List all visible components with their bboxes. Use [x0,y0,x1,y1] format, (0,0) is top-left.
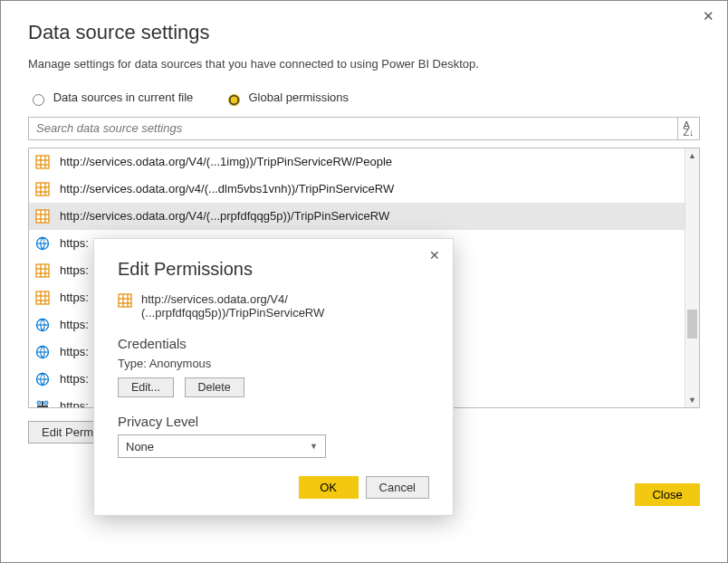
dialog-source-line2: (...prpfdfqqg5p))/TripPinServiceRW [141,306,324,320]
credentials-delete-button[interactable]: Delete [185,377,244,397]
plus-icon [34,398,51,408]
privacy-level-value: None [126,440,154,453]
list-item-label: https: [60,263,89,277]
scrollbar[interactable]: ▲ ▼ [685,148,699,407]
sort-az-button[interactable]: AZ↓ [678,117,700,140]
svg-rect-0 [36,156,49,168]
scroll-thumb[interactable] [687,310,697,339]
page-subtitle: Manage settings for data sources that yo… [28,57,700,71]
radio-current-file-input[interactable] [33,94,44,106]
radio-global-permissions[interactable]: Global permissions [224,91,349,104]
svg-rect-39 [119,294,131,307]
list-item-label: http://services.odata.org/V4/(...prpfdfq… [60,209,389,223]
scope-radio-group: Data sources in current file Global perm… [28,91,700,106]
list-item-label: https: [60,372,89,386]
table-icon [34,290,51,306]
ok-button[interactable]: OK [299,476,359,499]
credentials-type: Type: Anonymous [118,357,429,370]
sort-az-icon: AZ↓ [683,121,694,136]
close-button[interactable]: Close [635,483,700,506]
svg-rect-22 [36,291,49,304]
radio-current-file[interactable]: Data sources in current file [28,91,196,104]
edit-permissions-dialog: ✕ Edit Permissions http://services.odata… [93,238,454,516]
list-item-label: http://services.odata.org/V4/(...1img))/… [60,155,392,168]
scroll-down-icon[interactable]: ▼ [685,393,699,407]
credentials-edit-button[interactable]: Edit... [118,377,174,397]
list-item-label: https: [60,345,89,358]
radio-global-permissions-input[interactable] [228,94,240,106]
privacy-level-select[interactable]: None ▼ [118,434,326,458]
svg-point-36 [44,401,48,405]
dialog-close-icon[interactable]: ✕ [429,248,440,262]
radio-global-permissions-label: Global permissions [249,91,350,104]
globe-icon [34,317,51,333]
svg-rect-17 [36,264,49,277]
list-item-label: https: [60,291,89,304]
dialog-source-line1: http://services.odata.org/V4/ [141,292,288,306]
dialog-source-text: http://services.odata.org/V4/ (...prpfdf… [141,292,324,320]
list-item-label: https: [60,399,89,408]
globe-icon [34,235,51,252]
list-item-label: https: [60,318,89,331]
list-item[interactable]: http://services.odata.org/v4/(...dlm5vbs… [29,176,685,203]
dialog-title: Edit Permissions [118,259,429,280]
list-item[interactable]: http://services.odata.org/V4/(...1img))/… [29,148,685,176]
table-icon [118,293,132,310]
search-input[interactable] [28,117,678,140]
close-icon[interactable]: ✕ [703,8,714,24]
list-item-label: http://services.odata.org/v4/(...dlm5vbs… [60,182,394,196]
table-icon [34,181,51,197]
chevron-down-icon: ▼ [310,442,318,451]
list-item[interactable]: http://services.odata.org/V4/(...prpfdfq… [29,203,685,230]
svg-point-35 [37,401,41,405]
radio-current-file-label: Data sources in current file [53,91,194,104]
svg-rect-5 [36,183,49,196]
table-icon [34,262,51,279]
privacy-heading: Privacy Level [118,414,429,429]
table-icon [34,154,51,170]
svg-rect-10 [36,210,49,223]
cancel-button[interactable]: Cancel [366,476,429,499]
list-item-label: https: [60,236,89,250]
credentials-heading: Credentials [118,336,429,351]
page-title: Data source settings [28,21,700,44]
globe-icon [34,344,51,360]
table-icon [34,208,51,224]
globe-icon [34,371,51,387]
scroll-up-icon[interactable]: ▲ [685,148,699,163]
dialog-source-row: http://services.odata.org/V4/ (...prpfdf… [118,292,429,320]
